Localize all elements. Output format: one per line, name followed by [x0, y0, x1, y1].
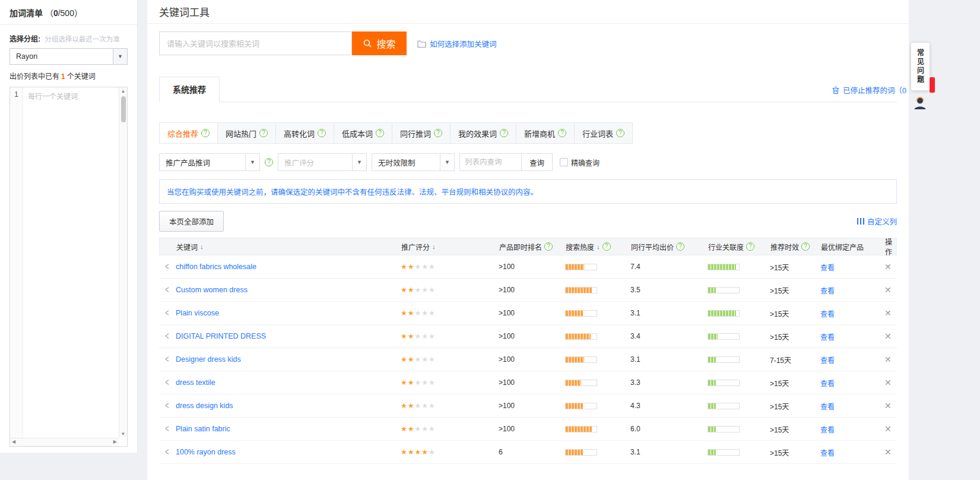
remove-icon[interactable]: ✕	[884, 424, 892, 434]
keyword-link[interactable]: Custom women dress	[176, 286, 248, 294]
exact-query-option[interactable]: 精确查询	[560, 157, 600, 168]
subtab-1[interactable]: 网站热门?	[217, 122, 276, 144]
column-header-1[interactable]: 推广评分↓	[394, 242, 492, 252]
product-filter-select[interactable]: 推广产品推词 ▼	[159, 153, 260, 171]
keyword-textarea[interactable]: 1 每行一个关键词 ▲ ▼ ◀ ▶	[9, 87, 128, 447]
help-icon[interactable]: ?	[801, 242, 810, 251]
remove-icon[interactable]: ✕	[884, 331, 892, 341]
view-link[interactable]: 查看	[820, 401, 835, 411]
help-icon[interactable]: ?	[265, 158, 273, 166]
remove-icon[interactable]: ✕	[884, 447, 892, 457]
help-icon[interactable]: ?	[500, 129, 508, 137]
sort-icon[interactable]: ↓	[432, 243, 436, 250]
subtab-7[interactable]: 行业词表?	[574, 122, 633, 144]
scroll-up-icon[interactable]: ▲	[119, 89, 127, 94]
subtab-0[interactable]: 综合推荐?	[159, 122, 218, 144]
remove-icon[interactable]: ✕	[884, 378, 892, 387]
subtab-2[interactable]: 高转化词?	[275, 122, 334, 144]
expand-chevron-icon[interactable]: <	[165, 355, 169, 364]
view-link[interactable]: 查看	[820, 262, 835, 272]
remove-icon[interactable]: ✕	[884, 285, 892, 295]
view-link[interactable]: 查看	[820, 355, 835, 365]
vertical-scrollbar[interactable]: ▲ ▼	[119, 87, 127, 438]
textarea-placeholder: 每行一个关键词	[28, 91, 78, 101]
view-link[interactable]: 查看	[820, 331, 835, 342]
how-to-add-keywords-link[interactable]: 如何选择添加关键词	[430, 38, 497, 49]
sort-icon[interactable]: ↓	[597, 243, 600, 250]
timeliness-value: >15天	[770, 308, 789, 318]
group-select[interactable]: Rayon ▼	[9, 48, 128, 65]
expand-chevron-icon[interactable]: <	[165, 425, 169, 433]
help-icon[interactable]: ?	[376, 129, 384, 137]
help-icon[interactable]: ?	[616, 129, 624, 137]
expand-chevron-icon[interactable]: <	[165, 402, 169, 410]
table-row: < Plain viscose ★★★★★ >100 3.1 >15天 查看 ✕	[159, 302, 897, 325]
keyword-link[interactable]: DIGITAL PRINTED DRESS	[176, 332, 266, 340]
subtab-3[interactable]: 低成本词?	[334, 122, 392, 144]
expand-chevron-icon[interactable]: <	[165, 309, 169, 317]
view-link[interactable]: 查看	[820, 308, 835, 318]
stopped-words-link[interactable]: 已停止推荐的词（0	[832, 84, 906, 96]
scroll-thumb[interactable]	[121, 96, 126, 122]
column-header-3[interactable]: 搜索热度↓?	[559, 242, 624, 252]
remove-icon[interactable]: ✕	[884, 262, 892, 271]
help-icon[interactable]: ?	[558, 129, 566, 137]
expand-chevron-icon[interactable]: <	[165, 378, 169, 387]
expand-chevron-icon[interactable]: <	[165, 448, 169, 456]
view-link[interactable]: 查看	[820, 285, 835, 295]
query-button[interactable]: 查询	[521, 153, 553, 171]
customer-service-icon	[912, 95, 928, 110]
subtab-4[interactable]: 同行推词?	[392, 122, 451, 144]
expand-chevron-icon[interactable]: <	[165, 332, 169, 340]
help-icon[interactable]: ?	[602, 242, 611, 251]
keyword-link[interactable]: Designer dress kids	[176, 355, 241, 364]
faq-button[interactable]: 常见问题	[911, 43, 930, 90]
remove-icon[interactable]: ✕	[884, 308, 892, 318]
list-query-input[interactable]	[459, 153, 522, 171]
subtab-5[interactable]: 我的效果词?	[450, 122, 516, 144]
view-link[interactable]: 查看	[820, 378, 835, 388]
keyword-link[interactable]: dress design kids	[176, 402, 233, 410]
expand-chevron-icon[interactable]: <	[165, 286, 169, 294]
expand-chevron-icon[interactable]: <	[165, 263, 169, 271]
view-link[interactable]: 查看	[820, 447, 835, 457]
score-filter-select[interactable]: 推广评分 ▼	[278, 153, 367, 171]
avg-price-value: 3.4	[630, 332, 640, 340]
scroll-left-icon[interactable]: ◀	[12, 439, 15, 444]
help-icon[interactable]: ?	[259, 129, 268, 137]
help-icon[interactable]: ?	[746, 242, 754, 251]
search-button[interactable]: 搜索	[352, 31, 407, 55]
search-input[interactable]	[159, 31, 352, 55]
timeliness-filter-select[interactable]: 无时效限制 ▼	[372, 153, 455, 171]
keyword-link[interactable]: 100% rayon dress	[176, 448, 236, 456]
keyword-link[interactable]: Plain viscose	[176, 309, 219, 317]
exact-query-checkbox[interactable]	[560, 158, 568, 166]
add-all-button[interactable]: 本页全部添加	[159, 211, 224, 232]
remove-icon[interactable]: ✕	[884, 401, 892, 410]
help-icon[interactable]: ?	[676, 242, 684, 251]
help-icon[interactable]: ?	[201, 129, 210, 137]
chevron-down-icon[interactable]: ▼	[113, 49, 127, 64]
help-icon[interactable]: ?	[318, 129, 326, 137]
relevance-bar	[708, 380, 740, 386]
column-header-0[interactable]: 关键词↓	[160, 242, 394, 252]
keyword-link[interactable]: chiffon fabrics wholesale	[176, 263, 256, 271]
remove-icon[interactable]: ✕	[884, 355, 892, 364]
subtab-6[interactable]: 新增商机?	[516, 122, 575, 144]
table-row: < DIGITAL PRINTED DRESS ★★★★★ >100 3.4 >…	[159, 325, 897, 348]
tab-system-recommend[interactable]: 系统推荐	[159, 77, 220, 102]
keyword-link[interactable]: dress textile	[176, 378, 215, 387]
star-icon: ★	[429, 286, 435, 294]
view-link[interactable]: 查看	[820, 424, 835, 434]
support-avatar[interactable]	[912, 95, 928, 112]
scroll-right-icon[interactable]: ▶	[113, 439, 117, 444]
sort-icon[interactable]: ↓	[200, 243, 204, 250]
horizontal-scrollbar[interactable]: ◀ ▶	[10, 438, 119, 446]
help-icon[interactable]: ?	[544, 242, 553, 251]
help-icon[interactable]: ?	[434, 129, 442, 137]
keyword-link[interactable]: Plain satin fabric	[176, 425, 230, 433]
customize-columns-link[interactable]: 自定义列	[857, 216, 897, 227]
heat-bar-fill	[566, 334, 591, 339]
scroll-down-icon[interactable]: ▼	[119, 431, 127, 437]
relevance-bar-fill	[708, 311, 736, 316]
